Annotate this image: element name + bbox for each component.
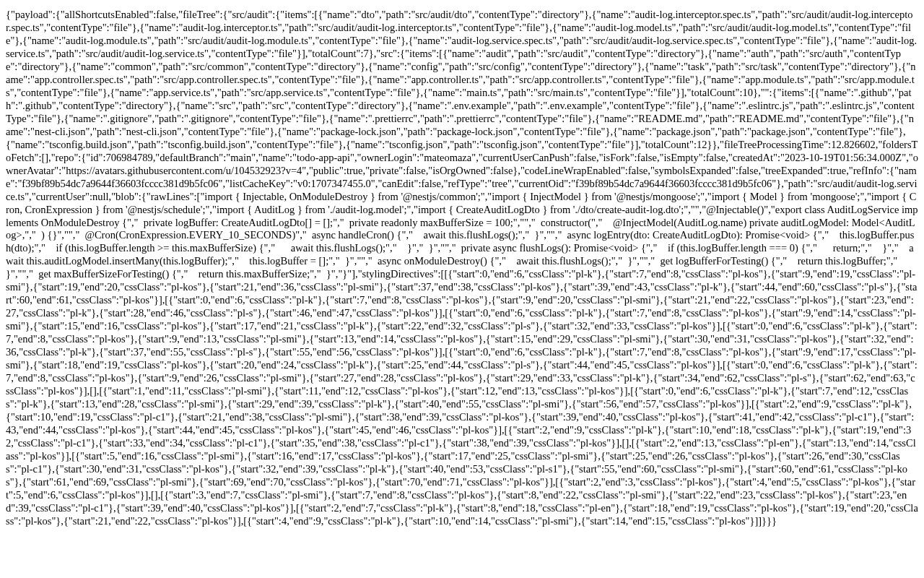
raw-json-dump: {"payload":{"allShortcutsEnabled":false,… [0, 0, 924, 534]
